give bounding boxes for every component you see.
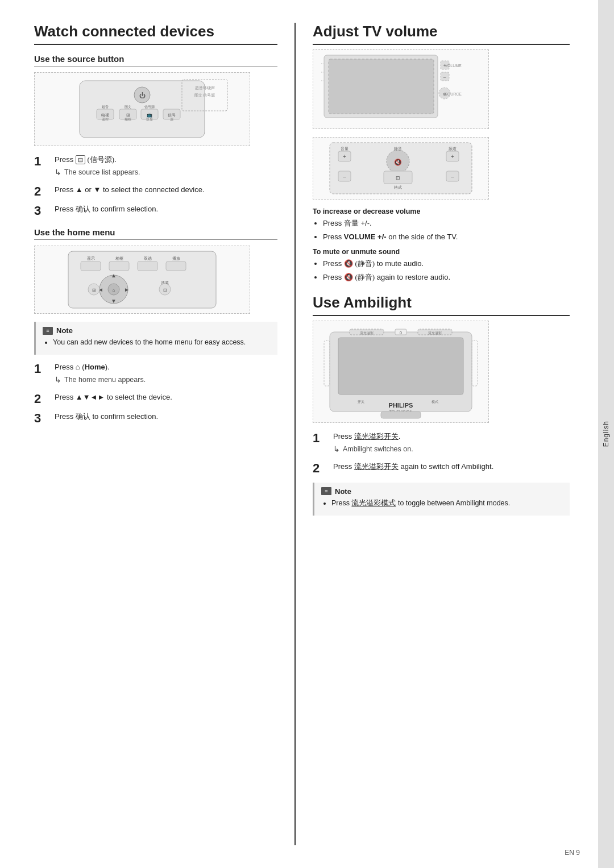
svg-text:⊡: ⊡	[396, 175, 400, 181]
svg-text:相框: 相框	[115, 256, 123, 260]
right-section-title-1: Adjust TV volume	[313, 23, 570, 45]
svg-text:静音: 静音	[394, 147, 402, 151]
left-section-title: Watch connected devices	[34, 23, 277, 45]
svg-text:►: ►	[124, 286, 130, 293]
step-content: Press 流光溢彩开关. Ambilight switches on.	[333, 431, 570, 456]
home-menu-heading: Use the home menu	[34, 227, 277, 240]
ambilight-tv-image: 流光溢彩 0 流光溢彩 开关 模式 PHILIPS TELEVISION	[313, 321, 489, 423]
step-content: Press ▲ or ▼ to select the connected dev…	[55, 184, 277, 197]
svg-text:信号源: 信号源	[144, 105, 155, 109]
page-footer: EN 9	[565, 849, 580, 857]
home-step-1: 1 Press ⌂ (Home). The home menu appears.	[34, 362, 277, 387]
step-number: 3	[34, 411, 50, 426]
svg-text:图文 信号源: 图文 信号源	[194, 93, 215, 97]
increase-heading: To increase or decrease volume	[313, 207, 570, 215]
svg-text:0: 0	[400, 331, 402, 335]
svg-text:图文: 图文	[125, 105, 131, 109]
step-number: 3	[34, 203, 50, 218]
step-text: Press 流光溢彩开关 again to switch off Ambilig…	[333, 461, 570, 472]
svg-rect-44	[329, 59, 434, 114]
ambilight-note-item: Press 流光溢彩模式 to toggle between Ambilight…	[331, 498, 563, 509]
step-text: Press 流光溢彩开关.	[333, 431, 570, 442]
svg-rect-27	[109, 261, 129, 271]
svg-text:▲: ▲	[111, 272, 117, 279]
svg-text:+: +	[451, 153, 454, 160]
page: English Watch connected devices Use the …	[0, 0, 614, 868]
step-number: 1	[313, 431, 329, 446]
volume-remote-image: + 🔇 + 音量 静音 频道 – ⊡	[313, 137, 489, 200]
svg-text:PHILIPS: PHILIPS	[389, 402, 413, 409]
step-content: Press 确认 to confirm selection.	[55, 411, 277, 423]
home-remote-image: 遥示 相框 双选 播放 ▲ ▼ ◄ ► ⌂	[34, 246, 250, 314]
svg-text:SOURCE: SOURCE	[445, 92, 462, 96]
home-menu-note: ≡ Note You can add new devices to the ho…	[34, 322, 277, 355]
svg-text:⊡: ⊡	[163, 288, 167, 293]
svg-text:VOLUME: VOLUME	[445, 64, 462, 68]
note-label: Note	[335, 487, 351, 496]
svg-text:双选: 双选	[144, 256, 152, 260]
ambilight-step-1: 1 Press 流光溢彩开关. Ambilight switches on.	[313, 431, 570, 456]
svg-text:–: –	[451, 173, 454, 180]
source-step-1: 1 Press ⊟ (信号源). The source list appears…	[34, 154, 277, 180]
svg-text:播放: 播放	[172, 256, 180, 261]
step-number: 2	[34, 392, 50, 406]
step-number: 2	[34, 184, 50, 199]
source-step-3: 3 Press 确认 to confirm selection.	[34, 203, 277, 218]
left-column: Watch connected devices Use the source b…	[34, 23, 296, 845]
step-text: Press ▲ or ▼ to select the connected dev…	[55, 184, 277, 196]
volume-bullets: Press 音量 +/-. Press VOLUME +/- on the si…	[313, 218, 570, 242]
right-column: Adjust TV volume + VOLUME – ⊕	[296, 23, 570, 845]
source-step-2: 2 Press ▲ or ▼ to select the connected d…	[34, 184, 277, 199]
svg-text:电视: 电视	[101, 113, 109, 117]
svg-rect-29	[166, 261, 186, 271]
svg-text:频道: 频道	[449, 147, 457, 151]
step-content: Press ▲▼◄► to select the device.	[55, 392, 277, 404]
home-step-3: 3 Press 确认 to confirm selection.	[34, 411, 277, 426]
step-content: Press 确认 to confirm selection.	[55, 203, 277, 216]
svg-rect-85	[381, 412, 421, 418]
note-icon: ≡	[43, 327, 53, 335]
mute-heading: To mute or unmute sound	[313, 248, 570, 256]
svg-text:⊞: ⊞	[92, 288, 96, 293]
source-remote-image: ⏻ 电视 遥控 ⊞ 相框 📺 双显 信号 源 超音 图文	[34, 72, 250, 146]
svg-text:–: –	[443, 74, 446, 80]
svg-rect-87	[472, 340, 478, 386]
step-text: Press ⌂ (Home).	[55, 362, 277, 373]
step-arrow: The source list appears.	[55, 167, 277, 178]
step-text: Press 确认 to confirm selection.	[55, 411, 277, 422]
ambilight-step-2: 2 Press 流光溢彩开关 again to switch off Ambil…	[313, 461, 570, 476]
step-text: Press ▲▼◄► to select the device.	[55, 392, 277, 403]
volume-bullet-1: Press 音量 +/-.	[323, 218, 570, 229]
step-text: Press 确认 to confirm selection.	[55, 203, 277, 215]
svg-text:–: –	[343, 173, 346, 180]
svg-text:超音环绕声: 超音环绕声	[195, 86, 215, 90]
svg-text:🔇: 🔇	[394, 158, 402, 166]
step-number: 2	[313, 461, 329, 476]
mute-bullet-1: Press 🔇 (静音) to mute audio.	[323, 258, 570, 269]
step-content: Press ⌂ (Home). The home menu appears.	[55, 362, 277, 387]
svg-text:📺: 📺	[147, 112, 152, 118]
svg-rect-26	[81, 261, 101, 271]
source-button-heading: Use the source button	[34, 54, 277, 67]
step-arrow: Ambilight switches on.	[333, 443, 570, 455]
svg-text:相框: 相框	[125, 118, 131, 121]
svg-text:⌂: ⌂	[113, 288, 115, 293]
step-number: 1	[34, 362, 50, 376]
svg-rect-86	[324, 340, 330, 386]
svg-text:⏻: ⏻	[139, 92, 146, 99]
step-arrow: The home menu appears.	[55, 374, 277, 386]
svg-text:▼: ▼	[111, 298, 117, 304]
volume-bullet-2: Press VOLUME +/- on the side of the TV.	[323, 231, 570, 243]
svg-text:流光溢彩: 流光溢彩	[360, 331, 374, 335]
main-content: Watch connected devices Use the source b…	[0, 0, 598, 868]
ambilight-title: Use Ambilight	[313, 294, 570, 316]
svg-text:流光溢彩: 流光溢彩	[428, 331, 442, 335]
step-content: Press ⊟ (信号源). The source list appears.	[55, 154, 277, 180]
step-text: Press ⊟ (信号源).	[55, 154, 277, 165]
svg-text:源: 源	[170, 118, 173, 121]
svg-rect-74	[338, 338, 463, 394]
language-label: English	[602, 421, 610, 447]
svg-text:超音: 超音	[102, 105, 109, 109]
svg-text:格式: 格式	[393, 185, 402, 189]
note-icon: ≡	[321, 487, 331, 495]
